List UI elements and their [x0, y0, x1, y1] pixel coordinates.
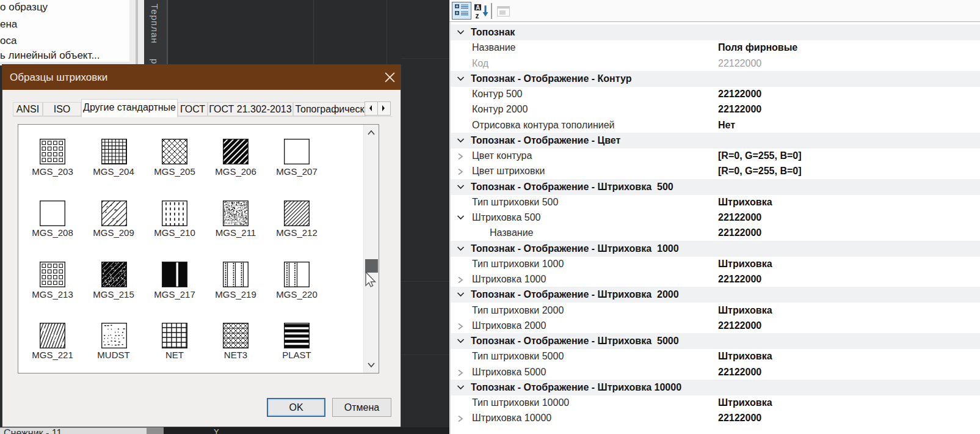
svg-text:A: A [476, 4, 480, 11]
svg-text:z: z [476, 12, 479, 20]
